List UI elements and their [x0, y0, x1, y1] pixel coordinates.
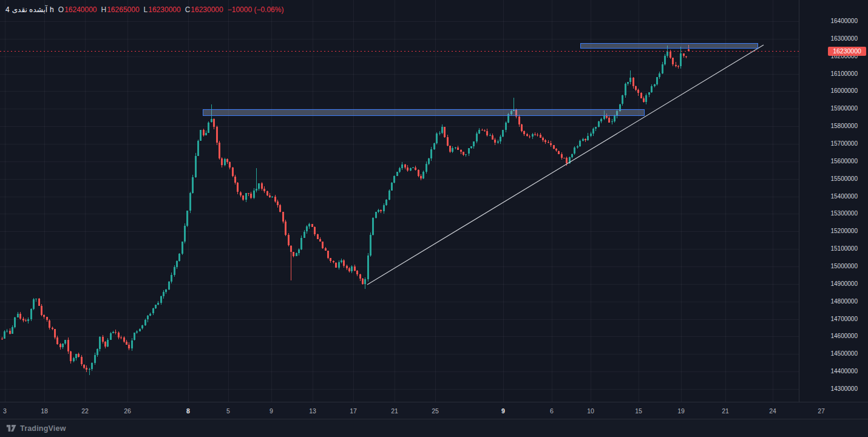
time-tick-label: 15	[635, 407, 642, 415]
time-tick-label: 27	[818, 407, 825, 415]
price-tick-label: 16000000	[831, 87, 858, 95]
price-tick-label: 15200000	[831, 228, 858, 235]
tradingview-chart-window: 4 آبشده نقدی h O 16240000 H 16265000 L 1…	[0, 0, 868, 437]
time-axis[interactable]: 31822268591317212596101519212427	[0, 402, 868, 419]
symbol-name: آبشده نقدی	[12, 5, 47, 14]
time-tick-label: 18	[41, 407, 48, 415]
trendline[interactable]	[367, 45, 764, 285]
timeframe-suffix: h	[50, 5, 54, 14]
price-tick-label: 15000000	[831, 263, 858, 270]
tradingview-logo-text: TradingView	[20, 424, 66, 433]
time-tick-label: 17	[350, 407, 357, 415]
time-tick-label: 25	[432, 407, 439, 415]
time-tick-label: 5	[226, 407, 230, 415]
time-tick-label: 19	[677, 407, 685, 415]
time-tick-label: 3	[3, 407, 7, 415]
ohlc-low: L 16230000	[144, 5, 181, 14]
time-tick-label: 8	[186, 407, 190, 415]
symbol-title[interactable]: 4 آبشده نقدی h	[5, 5, 54, 14]
price-tick-label: 14400000	[831, 368, 858, 375]
time-tick-label: 9	[501, 407, 505, 415]
price-tick-label: 15800000	[831, 123, 858, 130]
ohlc-open: O 16240000	[58, 5, 97, 14]
price-tick-label: 15700000	[831, 140, 858, 147]
price-axis[interactable]: 16230000 1640000016300000162000001610000…	[799, 0, 868, 419]
time-tick-label: 13	[309, 407, 316, 415]
last-price-label: 16230000	[828, 47, 866, 56]
price-tick-label: 14800000	[831, 298, 858, 305]
tradingview-logo[interactable]: TradingView	[6, 424, 66, 433]
price-tick-label: 15600000	[831, 158, 858, 165]
time-tick-label: 24	[769, 407, 776, 415]
time-tick-label: 21	[722, 407, 729, 415]
price-change: −10000 (−0.06%)	[228, 5, 284, 14]
time-tick-label: 6	[550, 407, 554, 415]
time-tick-label: 10	[587, 407, 594, 415]
price-tick-label: 14700000	[831, 316, 858, 323]
price-tick-label: 14600000	[831, 333, 858, 340]
time-tick-label: 26	[124, 407, 131, 415]
time-tick-label: 9	[270, 407, 273, 415]
price-tick-label: 15500000	[831, 175, 858, 183]
price-tick-label: 16400000	[831, 18, 858, 25]
ohlc-close: C 16230000	[185, 5, 223, 14]
drawing-layer	[0, 0, 799, 402]
tradingview-logo-icon	[6, 424, 16, 433]
chart-pane[interactable]	[0, 0, 799, 402]
price-tick-label: 14900000	[831, 280, 858, 288]
price-tick-label: 15400000	[831, 193, 858, 200]
time-tick-label: 22	[81, 407, 89, 415]
price-tick-label: 16100000	[831, 70, 858, 78]
last-price-line	[0, 51, 799, 52]
price-tick-label: 15100000	[831, 245, 858, 252]
price-tick-label: 15900000	[831, 105, 858, 112]
price-tick-label: 16300000	[831, 35, 858, 42]
timeframe-prefix: 4	[5, 5, 10, 14]
resistance-box-upper[interactable]	[580, 43, 758, 49]
price-tick-label: 14300000	[831, 385, 858, 393]
resistance-box-lower[interactable]	[203, 109, 645, 116]
time-tick-label: 21	[391, 407, 398, 415]
price-tick-label: 15300000	[831, 210, 858, 217]
price-tick-label: 14500000	[831, 350, 858, 357]
chart-legend: 4 آبشده نقدی h O 16240000 H 16265000 L 1…	[5, 5, 283, 14]
ohlc-high: H 16265000	[101, 5, 140, 14]
bottom-bar: TradingView	[0, 419, 868, 437]
